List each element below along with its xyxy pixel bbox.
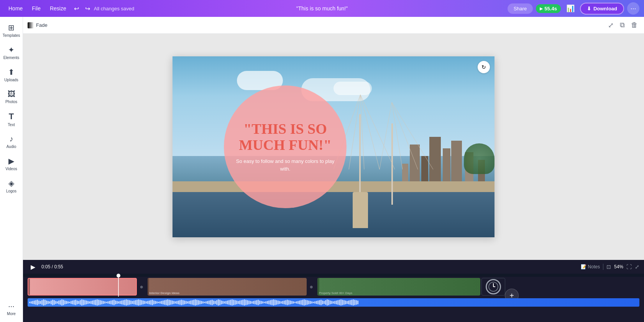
share-button[interactable]: Share	[508, 3, 533, 14]
header-left: Home File Resize ↩ ↪ All changes saved	[5, 3, 134, 14]
canvas-background[interactable]: "THIS IS SO MUCH FUN!" So easy to follow…	[172, 56, 495, 237]
water-bg	[172, 187, 495, 237]
elements-icon: ✦	[8, 45, 15, 54]
segment-divider-2: ⊕	[308, 285, 315, 289]
duration-value: 55.4s	[544, 6, 557, 12]
cloud-3	[334, 82, 372, 95]
file-button[interactable]: File	[28, 4, 44, 13]
sidebar-item-audio[interactable]: ♪ Audio	[2, 131, 21, 152]
play-icon: ▶	[540, 7, 543, 11]
maximize-button[interactable]: ⤢	[635, 264, 639, 270]
download-button[interactable]: ⬇ Download	[580, 3, 624, 15]
photos-label: Photos	[5, 100, 17, 104]
download-label: Download	[593, 6, 617, 12]
duration-badge: ▶ 55.4s	[536, 4, 561, 13]
playhead-top	[118, 274, 119, 277]
property-text: Property Sold! 60+ Days	[319, 291, 352, 295]
logos-label: Logos	[6, 189, 16, 193]
videos-icon: ▶	[8, 156, 14, 166]
audio-track[interactable]: // Generate waveform bars inline via JS …	[28, 298, 639, 307]
playback-controls: ▶ 0:05 / 0:55 📝 Notes ⊡ 54% ⛶ ⤢	[23, 260, 644, 274]
sidebar-item-uploads[interactable]: ⬆ Uploads	[2, 64, 21, 85]
sidebar-item-videos[interactable]: ▶ Videos	[2, 153, 21, 174]
play-button[interactable]: ▶	[28, 261, 38, 272]
undo-button[interactable]: ↩	[72, 3, 81, 14]
track-segment-clock[interactable]	[481, 278, 505, 296]
elements-label: Elements	[3, 56, 20, 60]
logos-icon: ◈	[8, 179, 14, 188]
sub-quote-text: So easy to follow and so many colors to …	[235, 158, 335, 172]
expand-timeline-button[interactable]: ⛶	[626, 264, 632, 270]
project-title: "This is so much fun!"	[296, 5, 348, 12]
canvas-toolbar: Fade ⤢ ⧉ 🗑	[23, 17, 644, 34]
toolbar-right: ⤢ ⧉ 🗑	[606, 20, 639, 31]
header-right: Share ▶ 55.4s 📊 ⬇ Download ···	[508, 2, 639, 15]
clock-svg	[488, 281, 499, 292]
audio-icon: ♪	[10, 135, 13, 143]
notes-button[interactable]: 📝 Notes	[581, 264, 600, 269]
playhead-line	[118, 277, 119, 297]
copy-button[interactable]: ⧉	[618, 20, 626, 31]
download-icon: ⬇	[587, 6, 591, 12]
fit-view-button[interactable]: ⊡	[606, 264, 611, 270]
templates-icon: ⊞	[8, 23, 15, 32]
thumb-4	[30, 279, 30, 295]
canvas-wrapper: "THIS IS SO MUCH FUN!" So easy to follow…	[172, 56, 495, 237]
audio-track-row: // Generate waveform bars inline via JS …	[23, 297, 644, 308]
track-segment-outdoor[interactable]: Property Sold! 60+ Days	[317, 278, 480, 296]
cable-tower-1	[359, 114, 361, 205]
redo-button[interactable]: ↪	[83, 3, 92, 14]
sidebar-item-elements[interactable]: ✦ Elements	[2, 42, 21, 63]
clock-face	[486, 279, 501, 294]
divider	[603, 264, 603, 270]
sidebar-item-logos[interactable]: ◈ Logos	[2, 176, 21, 196]
fade-label-text: Fade	[36, 22, 48, 28]
notes-icon: 📝	[581, 264, 586, 269]
main-quote-text: "THIS IS SO MUCH FUN!"	[235, 121, 335, 153]
bridge-pier	[353, 192, 368, 228]
track-segments-1: ⊕ Interior Design Ideas ⊕	[23, 278, 644, 296]
fade-icon	[28, 22, 34, 28]
more-icon: ···	[8, 302, 15, 310]
saved-status: All changes saved	[94, 6, 135, 12]
notes-label: Notes	[588, 264, 600, 269]
sidebar-item-photos[interactable]: 🖼 Photos	[2, 87, 21, 107]
main-layout: ⊞ Templates ✦ Elements ⬆ Uploads 🖼 Photo…	[0, 17, 644, 322]
resize-button[interactable]: Resize	[46, 4, 70, 13]
templates-label: Templates	[3, 33, 20, 38]
content-area: Fade ⤢ ⧉ 🗑	[23, 17, 644, 322]
sidebar-item-text[interactable]: T Text	[2, 108, 21, 130]
delete-button[interactable]: 🗑	[629, 20, 639, 31]
zoom-level: 54%	[614, 264, 623, 269]
more-label: More	[7, 312, 16, 316]
thumb-strip-1	[28, 279, 30, 295]
track-segment-interior[interactable]: Interior Design Ideas	[148, 278, 307, 296]
sidebar-item-more[interactable]: ··· More	[2, 299, 21, 319]
uploads-icon: ⬆	[8, 67, 15, 77]
refresh-button[interactable]: ↻	[478, 61, 490, 73]
header: Home File Resize ↩ ↪ All changes saved "…	[0, 0, 644, 17]
home-button[interactable]: Home	[5, 4, 26, 13]
time-total: 0:55	[54, 264, 63, 269]
cable-tower-2	[391, 123, 393, 205]
sidebar-item-templates[interactable]: ⊞ Templates	[2, 20, 21, 41]
sidebar: ⊞ Templates ✦ Elements ⬆ Uploads 🖼 Photo…	[0, 17, 23, 322]
audio-waveform: // Generate waveform bars inline via JS …	[28, 298, 639, 307]
undo-redo-group: ↩ ↪	[72, 3, 92, 14]
videos-label: Videos	[5, 167, 17, 171]
video-track-row-1: ⊕ Interior Design Ideas ⊕	[23, 277, 644, 297]
uploads-label: Uploads	[4, 78, 18, 82]
tree-1	[464, 143, 495, 174]
photos-icon: 🖼	[8, 90, 15, 99]
more-options-button[interactable]: ···	[627, 2, 639, 15]
interior-text: Interior Design Ideas	[149, 291, 179, 295]
time-display: 0:05 / 0:55	[41, 264, 63, 269]
text-label: Text	[8, 123, 15, 127]
fade-control[interactable]: Fade	[28, 22, 48, 28]
time-current: 0:05	[41, 264, 50, 269]
timeline-ruler	[23, 274, 644, 277]
canvas-area: "THIS IS SO MUCH FUN!" So easy to follow…	[23, 34, 644, 260]
track-segment-bridge[interactable]	[28, 278, 137, 296]
expand-button[interactable]: ⤢	[606, 20, 615, 31]
stats-button[interactable]: 📊	[564, 3, 577, 14]
